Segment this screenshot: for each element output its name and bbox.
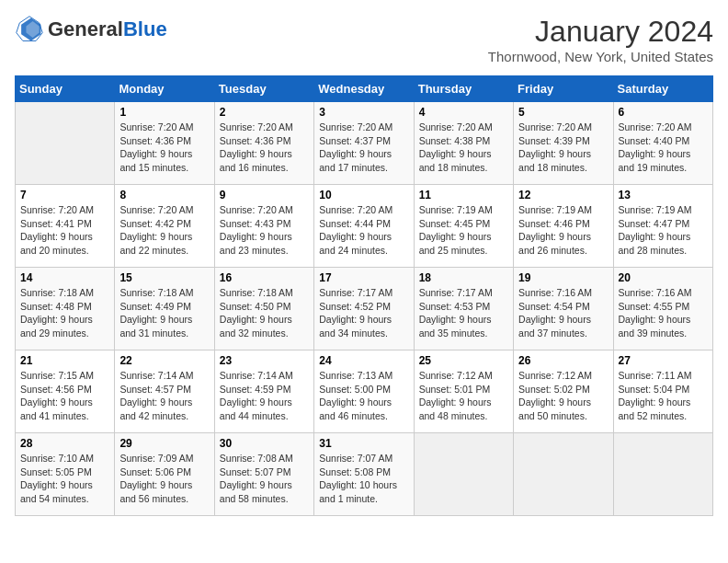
- day-number: 27: [619, 354, 708, 367]
- col-header-wednesday: Wednesday: [314, 76, 414, 102]
- logo-icon: [15, 15, 44, 44]
- day-cell: 8Sunrise: 7:20 AMSunset: 4:42 PMDaylight…: [115, 185, 214, 268]
- title-area: January 2024 Thornwood, New York, United…: [488, 15, 713, 64]
- day-detail: Sunrise: 7:17 AMSunset: 4:52 PMDaylight:…: [319, 286, 408, 340]
- day-detail: Sunrise: 7:09 AMSunset: 5:06 PMDaylight:…: [119, 452, 209, 506]
- day-detail: Sunrise: 7:16 AMSunset: 4:55 PMDaylight:…: [619, 286, 708, 340]
- day-cell: 2Sunrise: 7:20 AMSunset: 4:36 PMDaylight…: [214, 102, 313, 185]
- col-header-sunday: Sunday: [16, 76, 115, 102]
- day-detail: Sunrise: 7:20 AMSunset: 4:39 PMDaylight:…: [518, 121, 608, 175]
- day-detail: Sunrise: 7:14 AMSunset: 4:57 PMDaylight:…: [119, 369, 209, 423]
- day-detail: Sunrise: 7:12 AMSunset: 5:01 PMDaylight:…: [419, 369, 508, 423]
- day-cell: 26Sunrise: 7:12 AMSunset: 5:02 PMDayligh…: [514, 350, 613, 433]
- week-row-4: 21Sunrise: 7:15 AMSunset: 4:56 PMDayligh…: [16, 350, 713, 433]
- day-cell: 17Sunrise: 7:17 AMSunset: 4:52 PMDayligh…: [314, 268, 414, 350]
- day-detail: Sunrise: 7:20 AMSunset: 4:38 PMDaylight:…: [419, 121, 508, 175]
- col-header-thursday: Thursday: [414, 76, 513, 102]
- day-cell: 3Sunrise: 7:20 AMSunset: 4:37 PMDaylight…: [314, 102, 414, 185]
- day-cell: 31Sunrise: 7:07 AMSunset: 5:08 PMDayligh…: [314, 433, 414, 516]
- day-cell: 12Sunrise: 7:19 AMSunset: 4:46 PMDayligh…: [514, 185, 613, 268]
- day-detail: Sunrise: 7:11 AMSunset: 5:04 PMDaylight:…: [619, 369, 708, 423]
- day-number: 17: [319, 271, 408, 284]
- day-cell: 29Sunrise: 7:09 AMSunset: 5:06 PMDayligh…: [115, 433, 214, 516]
- day-detail: Sunrise: 7:20 AMSunset: 4:44 PMDaylight:…: [319, 203, 408, 258]
- day-cell: 18Sunrise: 7:17 AMSunset: 4:53 PMDayligh…: [414, 268, 513, 350]
- day-cell: 7Sunrise: 7:20 AMSunset: 4:41 PMDaylight…: [16, 185, 115, 268]
- day-cell: 25Sunrise: 7:12 AMSunset: 5:01 PMDayligh…: [414, 350, 513, 433]
- day-cell: 20Sunrise: 7:16 AMSunset: 4:55 PMDayligh…: [613, 268, 712, 350]
- day-detail: Sunrise: 7:13 AMSunset: 5:00 PMDaylight:…: [319, 369, 408, 423]
- day-number: 14: [20, 271, 109, 284]
- day-cell: 22Sunrise: 7:14 AMSunset: 4:57 PMDayligh…: [115, 350, 214, 433]
- day-number: 9: [220, 189, 309, 201]
- day-detail: Sunrise: 7:20 AMSunset: 4:36 PMDaylight:…: [220, 121, 309, 175]
- day-detail: Sunrise: 7:20 AMSunset: 4:41 PMDaylight:…: [20, 203, 109, 258]
- day-cell: 5Sunrise: 7:20 AMSunset: 4:39 PMDaylight…: [514, 102, 613, 185]
- day-number: 19: [518, 271, 608, 284]
- week-row-3: 14Sunrise: 7:18 AMSunset: 4:48 PMDayligh…: [16, 268, 713, 350]
- day-cell: [613, 433, 712, 516]
- day-cell: [414, 433, 513, 516]
- col-header-monday: Monday: [115, 76, 214, 102]
- day-cell: 24Sunrise: 7:13 AMSunset: 5:00 PMDayligh…: [314, 350, 414, 433]
- day-detail: Sunrise: 7:19 AMSunset: 4:46 PMDaylight:…: [518, 203, 608, 258]
- day-number: 12: [518, 189, 608, 201]
- day-number: 16: [220, 271, 309, 284]
- week-row-1: 1Sunrise: 7:20 AMSunset: 4:36 PMDaylight…: [16, 102, 713, 185]
- day-number: 11: [419, 189, 508, 201]
- day-number: 13: [619, 189, 708, 201]
- day-number: 8: [119, 189, 209, 201]
- day-cell: 14Sunrise: 7:18 AMSunset: 4:48 PMDayligh…: [16, 268, 115, 350]
- day-detail: Sunrise: 7:15 AMSunset: 4:56 PMDaylight:…: [20, 369, 109, 423]
- day-detail: Sunrise: 7:17 AMSunset: 4:53 PMDaylight:…: [419, 286, 508, 340]
- location-text: Thornwood, New York, United States: [488, 49, 713, 64]
- day-number: 7: [20, 189, 109, 201]
- day-cell: 27Sunrise: 7:11 AMSunset: 5:04 PMDayligh…: [613, 350, 712, 433]
- col-header-friday: Friday: [514, 76, 613, 102]
- day-number: 10: [319, 189, 408, 201]
- col-header-saturday: Saturday: [613, 76, 712, 102]
- day-detail: Sunrise: 7:08 AMSunset: 5:07 PMDaylight:…: [220, 452, 309, 506]
- day-number: 21: [20, 354, 109, 367]
- day-number: 1: [119, 106, 209, 119]
- month-title: January 2024: [488, 15, 713, 49]
- day-number: 28: [20, 437, 109, 450]
- day-cell: [16, 102, 115, 185]
- day-detail: Sunrise: 7:20 AMSunset: 4:42 PMDaylight:…: [119, 203, 209, 258]
- week-row-5: 28Sunrise: 7:10 AMSunset: 5:05 PMDayligh…: [16, 433, 713, 516]
- day-number: 30: [220, 437, 309, 450]
- day-cell: 1Sunrise: 7:20 AMSunset: 4:36 PMDaylight…: [115, 102, 214, 185]
- day-number: 18: [419, 271, 508, 284]
- day-cell: 9Sunrise: 7:20 AMSunset: 4:43 PMDaylight…: [214, 185, 313, 268]
- day-cell: 28Sunrise: 7:10 AMSunset: 5:05 PMDayligh…: [16, 433, 115, 516]
- day-cell: 4Sunrise: 7:20 AMSunset: 4:38 PMDaylight…: [414, 102, 513, 185]
- day-detail: Sunrise: 7:07 AMSunset: 5:08 PMDaylight:…: [319, 452, 408, 506]
- day-cell: 13Sunrise: 7:19 AMSunset: 4:47 PMDayligh…: [613, 185, 712, 268]
- day-number: 5: [518, 106, 608, 119]
- calendar-header-row: SundayMondayTuesdayWednesdayThursdayFrid…: [16, 76, 713, 102]
- day-cell: 16Sunrise: 7:18 AMSunset: 4:50 PMDayligh…: [214, 268, 313, 350]
- day-number: 24: [319, 354, 408, 367]
- day-cell: 6Sunrise: 7:20 AMSunset: 4:40 PMDaylight…: [613, 102, 712, 185]
- day-detail: Sunrise: 7:20 AMSunset: 4:36 PMDaylight:…: [119, 121, 209, 175]
- day-number: 20: [619, 271, 708, 284]
- day-detail: Sunrise: 7:12 AMSunset: 5:02 PMDaylight:…: [518, 369, 608, 423]
- day-cell: 30Sunrise: 7:08 AMSunset: 5:07 PMDayligh…: [214, 433, 313, 516]
- day-detail: Sunrise: 7:10 AMSunset: 5:05 PMDaylight:…: [20, 452, 109, 506]
- day-number: 26: [518, 354, 608, 367]
- day-cell: 21Sunrise: 7:15 AMSunset: 4:56 PMDayligh…: [16, 350, 115, 433]
- day-number: 22: [119, 354, 209, 367]
- day-cell: 19Sunrise: 7:16 AMSunset: 4:54 PMDayligh…: [514, 268, 613, 350]
- day-number: 4: [419, 106, 508, 119]
- logo: General Blue: [15, 15, 167, 44]
- day-cell: [514, 433, 613, 516]
- day-detail: Sunrise: 7:18 AMSunset: 4:50 PMDaylight:…: [220, 286, 309, 340]
- day-cell: 11Sunrise: 7:19 AMSunset: 4:45 PMDayligh…: [414, 185, 513, 268]
- logo-general-text: General: [48, 18, 123, 40]
- day-number: 2: [220, 106, 309, 119]
- day-number: 6: [619, 106, 708, 119]
- page-header: General Blue January 2024 Thornwood, New…: [15, 15, 713, 64]
- day-detail: Sunrise: 7:20 AMSunset: 4:40 PMDaylight:…: [619, 121, 708, 175]
- week-row-2: 7Sunrise: 7:20 AMSunset: 4:41 PMDaylight…: [16, 185, 713, 268]
- day-cell: 15Sunrise: 7:18 AMSunset: 4:49 PMDayligh…: [115, 268, 214, 350]
